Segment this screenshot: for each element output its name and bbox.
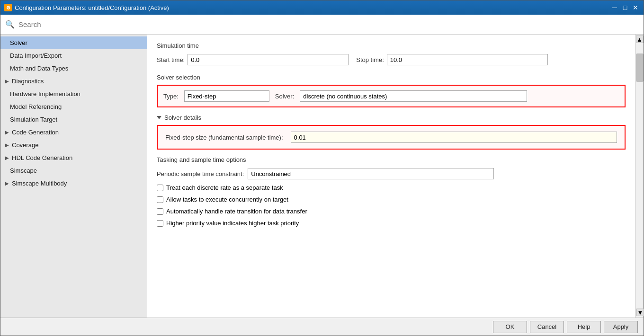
solver-details-box: Fixed-step size (fundamental sample time… [157, 125, 626, 150]
main-window: ⚙ Configuration Parameters: untitled/Con… [0, 0, 644, 336]
sidebar-item-label: Diagnostics [12, 78, 44, 85]
type-label: Type: [163, 93, 179, 100]
cancel-button[interactable]: Cancel [530, 321, 564, 333]
sidebar-item-math-data-types[interactable]: Math and Data Types [0, 62, 147, 75]
sidebar-item-label: HDL Code Generation [12, 154, 72, 161]
arrow-icon: ▶ [5, 181, 9, 186]
checkbox3[interactable] [157, 208, 163, 215]
stop-time-label: Stop time: [356, 56, 384, 63]
sim-time-row: Start time: Stop time: [157, 54, 626, 65]
sidebar-item-label: Simscape [10, 167, 37, 174]
search-bar: 🔍 [0, 15, 644, 35]
title-controls: ─ □ ✕ [610, 3, 640, 12]
scroll-down[interactable]: ▼ [636, 309, 644, 316]
search-icon: 🔍 [5, 20, 15, 29]
sidebar-item-label: Simulation Target [10, 116, 57, 123]
type-select[interactable]: Fixed-step Variable-step [184, 90, 269, 102]
start-time-label: Start time: [157, 56, 185, 63]
sidebar-item-coverage[interactable]: ▶Coverage [0, 139, 147, 151]
sidebar-item-solver[interactable]: Solver [0, 36, 147, 49]
checkbox2[interactable] [157, 196, 163, 203]
stop-time-group: Stop time: [356, 54, 548, 65]
periodic-row: Periodic sample time constraint: Unconst… [157, 168, 626, 179]
tasking-header: Tasking and sample time options [157, 156, 626, 163]
help-button[interactable]: Help [567, 321, 601, 333]
checkbox4-label: Higher priority value indicates higher t… [166, 220, 299, 227]
apply-button[interactable]: Apply [604, 321, 638, 333]
periodic-select-wrapper: Unconstrained Specified [248, 168, 494, 179]
type-select-wrapper: Fixed-step Variable-step [184, 90, 269, 102]
checkbox2-group: Allow tasks to execute concurrently on t… [157, 196, 626, 203]
solver-select[interactable]: discrete (no continuous states) ode45 (D… [300, 90, 527, 102]
checkbox1[interactable] [157, 185, 163, 191]
scrollbar-thumb[interactable] [636, 53, 644, 82]
arrow-icon: ▶ [5, 130, 9, 135]
periodic-label: Periodic sample time constraint: [157, 170, 244, 177]
app-icon: ⚙ [4, 4, 12, 11]
checkbox4[interactable] [157, 220, 163, 227]
solver-details-header[interactable]: Solver details [157, 114, 626, 121]
solver-selection-header: Solver selection [157, 74, 626, 81]
periodic-select[interactable]: Unconstrained Specified [248, 168, 494, 179]
title-bar: ⚙ Configuration Parameters: untitled/Con… [0, 0, 644, 15]
tasking-section: Tasking and sample time options Periodic… [157, 156, 626, 227]
fixed-step-label: Fixed-step size (fundamental sample time… [165, 134, 283, 141]
sidebar: SolverData Import/ExportMath and Data Ty… [0, 35, 147, 318]
checkbox3-group: Automatically handle rate transition for… [157, 208, 626, 215]
sidebar-item-label: Code Generation [12, 129, 59, 136]
main-content: SolverData Import/ExportMath and Data Ty… [0, 35, 644, 318]
collapse-icon [157, 116, 161, 119]
sidebar-item-simulation-target[interactable]: Simulation Target [0, 113, 147, 126]
stop-time-input[interactable] [387, 54, 548, 65]
sidebar-item-label: Simscape Multibody [12, 180, 67, 187]
solver-details-section: Solver details Fixed-step size (fundamen… [157, 114, 626, 150]
sidebar-item-diagnostics[interactable]: ▶Diagnostics [0, 75, 147, 88]
solver-select-wrapper: discrete (no continuous states) ode45 (D… [300, 90, 527, 102]
sidebar-item-data-import-export[interactable]: Data Import/Export [0, 49, 147, 62]
sidebar-item-hdl-code-generation[interactable]: ▶HDL Code Generation [0, 151, 147, 164]
scroll-up[interactable]: ▲ [636, 35, 644, 43]
sidebar-item-code-generation[interactable]: ▶Code Generation [0, 126, 147, 139]
sidebar-item-simscape-multibody[interactable]: ▶Simscape Multibody [0, 177, 147, 190]
checkbox1-group: Treat each discrete rate as a separate t… [157, 184, 626, 191]
search-input[interactable] [18, 20, 639, 28]
arrow-icon: ▶ [5, 155, 9, 160]
checkbox3-label: Automatically handle rate transition for… [166, 208, 307, 215]
close-button[interactable]: ✕ [631, 3, 640, 12]
sidebar-item-simscape[interactable]: Simscape [0, 164, 147, 177]
sidebar-item-label: Model Referencing [10, 103, 62, 110]
maximize-button[interactable]: □ [621, 3, 629, 12]
scrollbar[interactable]: ▲ ▼ [635, 35, 644, 318]
solver-label: Solver: [275, 93, 294, 100]
content-area: Simulation time Start time: Stop time: S… [147, 35, 635, 318]
arrow-icon: ▶ [5, 142, 9, 148]
sidebar-item-label: Coverage [12, 141, 38, 149]
title-bar-left: ⚙ Configuration Parameters: untitled/Con… [4, 4, 169, 11]
start-time-input[interactable] [188, 54, 349, 65]
sidebar-item-label: Data Import/Export [10, 52, 62, 59]
solver-selection-box: Type: Fixed-step Variable-step Solver: d… [157, 85, 626, 107]
minimize-button[interactable]: ─ [610, 3, 619, 12]
sidebar-item-hardware-implementation[interactable]: Hardware Implementation [0, 88, 147, 100]
sidebar-item-label: Math and Data Types [10, 65, 68, 72]
checkbox2-label: Allow tasks to execute concurrently on t… [166, 196, 288, 203]
window-title: Configuration Parameters: untitled/Confi… [15, 4, 169, 11]
arrow-icon: ▶ [5, 79, 9, 84]
fixed-step-input[interactable] [291, 132, 617, 143]
sidebar-item-label: Solver [10, 39, 27, 46]
checkbox1-label: Treat each discrete rate as a separate t… [166, 184, 283, 191]
bottom-bar: OK Cancel Help Apply [0, 318, 644, 336]
sidebar-item-label: Hardware Implementation [10, 90, 80, 97]
start-time-group: Start time: [157, 54, 349, 65]
checkbox4-group: Higher priority value indicates higher t… [157, 220, 626, 227]
sidebar-item-model-referencing[interactable]: Model Referencing [0, 100, 147, 113]
ok-button[interactable]: OK [493, 321, 527, 333]
simulation-time-section: Simulation time [157, 42, 626, 49]
